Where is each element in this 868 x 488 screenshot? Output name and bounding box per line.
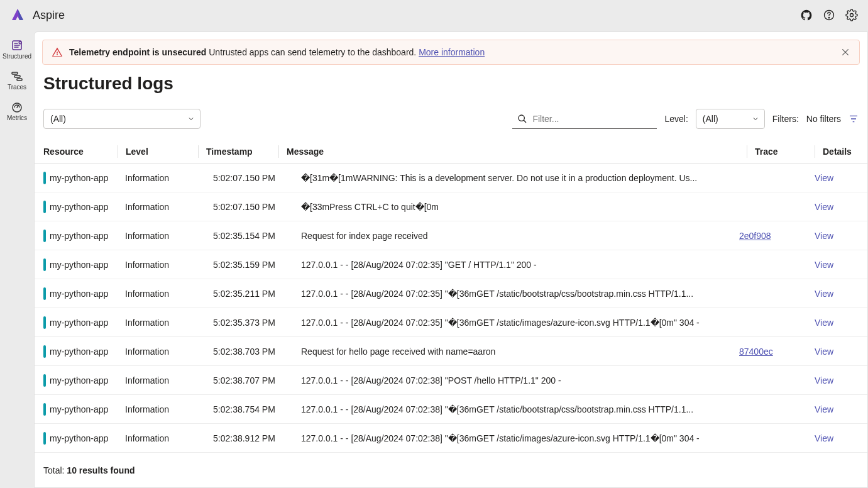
settings-icon[interactable] — [845, 9, 858, 21]
cell-level: Information — [125, 375, 213, 385]
view-link[interactable]: View — [815, 375, 833, 385]
cell-timestamp: 5:02:35.211 PM — [213, 289, 301, 299]
cell-resource: my-python-app — [43, 345, 125, 358]
cell-level: Information — [125, 231, 213, 241]
warning-body: Untrusted apps can send telemetry to the… — [206, 47, 419, 57]
cell-details: View — [815, 375, 859, 385]
table-row: my-python-app Information 5:02:38.707 PM… — [35, 366, 867, 395]
chevron-down-icon — [187, 115, 195, 123]
cell-level: Information — [125, 347, 213, 357]
cell-details: View — [815, 231, 859, 241]
table-row: my-python-app Information 5:02:38.754 PM… — [35, 395, 867, 424]
svg-point-2 — [850, 14, 854, 17]
cell-message: 127.0.0.1 - - [28/Aug/2024 07:02:35] "�[… — [301, 289, 739, 299]
help-icon[interactable] — [823, 9, 835, 21]
cell-details: View — [815, 404, 859, 414]
table-footer: Total: 10 results found — [35, 453, 867, 488]
resource-indicator — [43, 172, 46, 184]
table-row: my-python-app Information 5:02:35.159 PM… — [35, 250, 867, 279]
sidebar-label: Structured — [3, 53, 31, 60]
sidebar-label: Metrics — [7, 114, 27, 121]
topbar: Aspire — [0, 0, 868, 30]
search-icon — [517, 114, 527, 124]
filter-icon[interactable] — [849, 114, 859, 124]
cell-timestamp: 5:02:38.912 PM — [213, 433, 301, 443]
view-link[interactable]: View — [815, 433, 833, 443]
view-link[interactable]: View — [815, 231, 833, 241]
trace-link[interactable]: 2e0f908 — [739, 231, 771, 241]
metrics-icon — [11, 101, 23, 113]
table-row: my-python-app Information 5:02:35.211 PM… — [35, 279, 867, 308]
th-details[interactable]: Details — [815, 145, 859, 158]
svg-rect-6 — [14, 75, 20, 77]
no-filters-text: No filters — [806, 114, 841, 124]
search-input[interactable] — [532, 114, 652, 124]
table-row: my-python-app Information 5:02:35.154 PM… — [35, 221, 867, 250]
warning-link[interactable]: More information — [419, 47, 485, 57]
sidebar-item-metrics[interactable]: Metrics — [0, 96, 34, 126]
aspire-logo-icon — [10, 8, 25, 23]
github-icon[interactable] — [800, 9, 813, 21]
table-row: my-python-app Information 5:02:38.703 PM… — [35, 337, 867, 366]
cell-message: 127.0.0.1 - - [28/Aug/2024 07:02:38] "�[… — [301, 404, 739, 414]
cell-timestamp: 5:02:38.707 PM — [213, 375, 301, 385]
view-link[interactable]: View — [815, 289, 833, 299]
th-message[interactable]: Message — [278, 145, 754, 158]
svg-rect-5 — [12, 72, 18, 74]
svg-rect-7 — [17, 79, 22, 80]
cell-timestamp: 5:02:38.703 PM — [213, 347, 301, 357]
cell-level: Information — [125, 173, 213, 183]
table-header: Resource Level Timestamp Message Trace D… — [35, 140, 867, 164]
cell-timestamp: 5:02:35.159 PM — [213, 260, 301, 270]
cell-level: Information — [125, 404, 213, 414]
topbar-actions — [800, 9, 858, 21]
cell-resource: my-python-app — [43, 287, 125, 300]
view-link[interactable]: View — [815, 260, 833, 270]
view-link[interactable]: View — [815, 318, 833, 328]
dropdown-value: (All) — [703, 114, 718, 124]
th-level[interactable]: Level — [118, 145, 206, 158]
page-title: Structured logs — [43, 74, 859, 94]
warning-icon — [52, 47, 63, 58]
footer-prefix: Total: — [43, 465, 67, 475]
table-row: my-python-app Information 5:02:07.150 PM… — [35, 192, 867, 221]
resource-indicator — [43, 432, 46, 445]
view-link[interactable]: View — [815, 404, 833, 414]
main-content: Telemetry endpoint is unsecured Untruste… — [34, 31, 868, 488]
view-link[interactable]: View — [815, 173, 833, 183]
cell-message: 127.0.0.1 - - [28/Aug/2024 07:02:35] "�[… — [301, 318, 739, 328]
cell-message: 127.0.0.1 - - [28/Aug/2024 07:02:35] "GE… — [301, 260, 739, 270]
warning-banner: Telemetry endpoint is unsecured Untruste… — [42, 40, 860, 65]
cell-resource: my-python-app — [43, 172, 125, 184]
view-link[interactable]: View — [815, 202, 833, 212]
trace-link[interactable]: 87400ec — [739, 347, 773, 357]
footer-count: 10 results found — [67, 465, 135, 475]
close-icon[interactable] — [840, 47, 850, 57]
cell-message: Request for hello page received with nam… — [301, 347, 739, 357]
sidebar-item-structured[interactable]: Structured — [0, 34, 34, 65]
th-timestamp[interactable]: Timestamp — [198, 145, 286, 158]
resource-indicator — [43, 287, 46, 300]
cell-timestamp: 5:02:07.150 PM — [213, 173, 301, 183]
cell-timestamp: 5:02:07.150 PM — [213, 202, 301, 212]
chevron-down-icon — [752, 115, 759, 123]
cell-details: View — [815, 260, 859, 270]
level-filter-dropdown[interactable]: (All) — [696, 109, 765, 129]
th-resource[interactable]: Resource — [43, 145, 125, 158]
resource-indicator — [43, 374, 46, 387]
view-link[interactable]: View — [815, 347, 833, 357]
cell-details: View — [815, 202, 859, 212]
cell-message: �[33mPress CTRL+C to quit�[0m — [301, 202, 739, 212]
sidebar-item-traces[interactable]: Traces — [0, 65, 34, 96]
table-row: my-python-app Information 5:02:38.912 PM… — [35, 424, 867, 453]
th-trace[interactable]: Trace — [747, 145, 822, 158]
cell-resource: my-python-app — [43, 201, 125, 213]
cell-message: 127.0.0.1 - - [28/Aug/2024 07:02:38] "PO… — [301, 375, 739, 385]
search-box[interactable] — [512, 109, 657, 129]
svg-point-1 — [828, 18, 829, 18]
cell-timestamp: 5:02:35.154 PM — [213, 231, 301, 241]
cell-level: Information — [125, 260, 213, 270]
svg-point-9 — [519, 115, 524, 121]
resource-filter-dropdown[interactable]: (All) — [43, 109, 201, 129]
table-row: my-python-app Information 5:02:07.150 PM… — [35, 164, 867, 192]
